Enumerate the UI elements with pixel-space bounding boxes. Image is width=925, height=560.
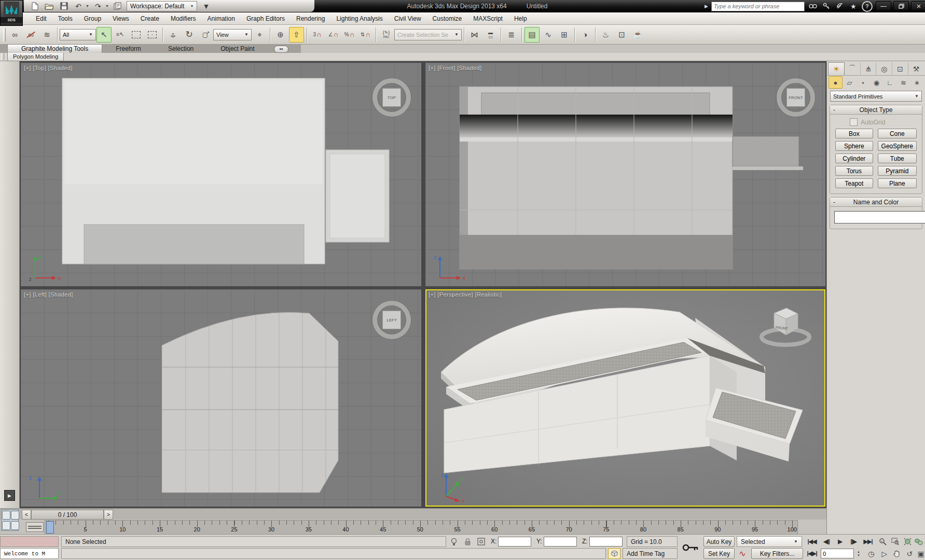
object-type-button[interactable]: Tube	[878, 153, 917, 163]
x-coordinate-field[interactable]	[498, 537, 531, 547]
viewport-left-label[interactable]: [+] [Left] [Shaded]	[24, 291, 73, 298]
toolbar-grip[interactable]	[3, 28, 6, 41]
go-to-start-button[interactable]: |◀◀	[805, 536, 819, 547]
select-and-manipulate-button[interactable]: ⊕	[273, 27, 288, 43]
object-name-field[interactable]	[834, 211, 925, 223]
undo-dropdown-icon[interactable]: ▼	[86, 4, 89, 8]
percent-snap-toggle-button[interactable]: %∩	[342, 27, 357, 43]
help-icon[interactable]: ?	[862, 1, 873, 12]
tab-selection[interactable]: Selection	[155, 45, 207, 53]
next-frame-button[interactable]: >	[104, 510, 113, 520]
play-button[interactable]: ▶	[834, 536, 846, 547]
viewcube[interactable]: FRONT	[777, 78, 815, 117]
ribbon-minimize-dropdown[interactable]: ▾▾	[274, 46, 288, 53]
hierarchy-tab-icon[interactable]: ⋔	[861, 62, 877, 75]
next-frame-step-button[interactable]: ||▶	[848, 536, 859, 547]
object-type-button[interactable]: Box	[835, 129, 873, 138]
auto-key-button[interactable]: Auto Key	[703, 536, 735, 547]
helpers-category-icon[interactable]: ∟	[883, 77, 896, 88]
bind-to-space-warp-icon[interactable]: ≋	[39, 27, 54, 43]
previous-frame-button[interactable]: <	[22, 510, 31, 520]
viewport-top[interactable]: [+] [Top] [Shaded] TOP x y z	[21, 63, 421, 286]
menu-item[interactable]: Help	[508, 12, 533, 25]
default-in-out-tangents-icon[interactable]: ∿	[737, 548, 748, 559]
save-file-icon[interactable]	[58, 1, 70, 11]
object-type-button[interactable]: Cone	[878, 129, 917, 138]
menu-item[interactable]: Rendering	[291, 12, 330, 25]
close-button[interactable]: ×	[911, 1, 925, 11]
infocenter-expand-icon[interactable]: ▶	[705, 4, 708, 9]
select-and-link-icon[interactable]: ∞	[7, 27, 22, 43]
motion-tab-icon[interactable]: ◎	[876, 62, 892, 75]
maximize-viewport-toggle[interactable]: ▣	[915, 548, 925, 559]
select-by-name-button[interactable]: ≡↖	[113, 27, 128, 43]
zoom-extents-all-button[interactable]	[913, 536, 924, 547]
3ds-max-application-button[interactable]: 3DS	[0, 0, 23, 26]
rendered-frame-window-button[interactable]: ⊡	[614, 27, 629, 43]
systems-category-icon[interactable]: ∗	[910, 77, 923, 88]
angle-snap-toggle-button[interactable]: ∠∩	[326, 27, 341, 43]
undo-icon[interactable]: ↶	[73, 1, 84, 11]
previous-frame-step-button[interactable]: ◀||	[821, 536, 832, 547]
zoom-button[interactable]: ±	[877, 536, 888, 547]
expand-strip-icon[interactable]: ▶	[4, 490, 15, 501]
redo-dropdown-icon[interactable]: ▼	[105, 4, 109, 8]
isolate-selection-icon[interactable]	[448, 536, 460, 547]
maxscript-macro-recorder[interactable]	[0, 536, 59, 547]
menu-item[interactable]: MAXScript	[467, 12, 508, 25]
object-type-button[interactable]: Teapot	[835, 178, 873, 188]
name-and-color-rollout-header[interactable]: - Name and Color	[830, 198, 922, 207]
tab-graphite-modeling-tools[interactable]: Graphite Modeling Tools	[7, 44, 102, 53]
modify-tab-icon[interactable]: ⌒	[845, 62, 861, 75]
project-folder-icon[interactable]	[112, 1, 123, 11]
cameras-category-icon[interactable]: ◉	[870, 77, 883, 88]
field-of-view-icon[interactable]: ▷	[879, 548, 890, 559]
spacewarps-category-icon[interactable]: ≋	[897, 77, 910, 88]
viewport-layout-button[interactable]	[1, 509, 19, 531]
subscription-key-icon[interactable]	[821, 2, 832, 11]
spinner-snap-toggle-button[interactable]: ⇅∩	[358, 27, 373, 43]
tab-freeform[interactable]: Freeform	[102, 45, 155, 53]
time-configuration-icon[interactable]: ◷	[865, 548, 877, 559]
mirror-button[interactable]: ⋈	[467, 27, 482, 43]
viewcube-face-label[interactable]: FRONT	[786, 88, 805, 107]
menu-item[interactable]: Civil View	[389, 12, 427, 25]
create-tab-icon[interactable]: ☀	[828, 62, 845, 75]
menu-item[interactable]: Modifiers	[165, 12, 202, 25]
absolute-mode-transform-icon[interactable]	[475, 536, 487, 547]
selection-filter-dropdown[interactable]: All ▼	[60, 29, 96, 40]
graphite-ribbon-toggle[interactable]: ▤	[524, 27, 540, 43]
menu-item[interactable]: Create	[135, 12, 165, 25]
workspace-dropdown[interactable]: Workspace: Default ▼	[127, 1, 197, 11]
menu-item[interactable]: Edit	[30, 12, 52, 25]
menu-item[interactable]: Animation	[202, 12, 241, 25]
menu-item[interactable]: Tools	[52, 12, 78, 25]
current-frame-field[interactable]	[821, 549, 854, 558]
viewport-perspective-label[interactable]: [+] [Perspective] [Realistic]	[429, 291, 502, 298]
rectangular-selection-region-button[interactable]	[129, 27, 144, 43]
time-tag-cube-icon[interactable]	[608, 548, 620, 559]
new-scene-icon[interactable]	[29, 1, 40, 11]
select-and-rotate-button[interactable]: ↻	[182, 27, 197, 43]
search-input[interactable]	[711, 2, 805, 11]
menu-item[interactable]: Lighting Analysis	[330, 12, 388, 25]
ribbon-grip[interactable]	[1, 53, 4, 60]
select-and-move-button[interactable]: ↔↕	[165, 27, 181, 43]
render-production-button[interactable]: ☕	[630, 27, 645, 43]
viewport-left[interactable]: [+] [Left] [Shaded]	[21, 289, 421, 507]
key-selection-dropdown[interactable]: Selected ▼	[737, 536, 802, 547]
layer-manager-button[interactable]: ≣	[504, 27, 519, 43]
viewcube[interactable]: FRONT	[757, 298, 814, 355]
qat-customize-icon[interactable]: ▼	[200, 1, 212, 11]
frame-spinner[interactable]: ▲▼	[855, 548, 862, 559]
maxscript-mini-listener[interactable]: Welcome to M	[0, 548, 59, 559]
primitive-category-dropdown[interactable]: Standard Primitives ▼	[830, 91, 922, 102]
redo-icon[interactable]: ↷	[92, 1, 104, 11]
menu-item[interactable]: Views	[107, 12, 135, 25]
window-crossing-toggle[interactable]: ▫	[145, 27, 160, 43]
geometry-category-icon[interactable]: ●	[829, 76, 843, 89]
zoom-region-button[interactable]	[889, 536, 901, 547]
reference-coordinate-system-dropdown[interactable]: View ▼	[213, 29, 252, 40]
utilities-tab-icon[interactable]: ⚒	[908, 62, 924, 75]
set-key-mode-icon[interactable]	[681, 537, 701, 558]
